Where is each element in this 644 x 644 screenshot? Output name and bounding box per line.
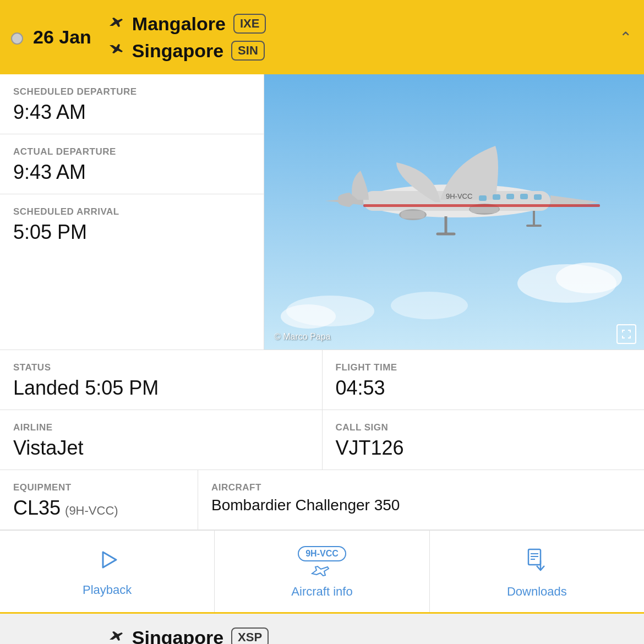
equipment-cell: EQUIPMENT CL35 (9H-VCC) (0, 470, 198, 530)
departure-icon-2 (108, 627, 124, 645)
airline-cell: AIRLINE VistaJet (0, 410, 323, 470)
aircraft-info-button[interactable]: 9H-VCC Aircraft info (215, 531, 429, 612)
arrival-icon (108, 41, 124, 61)
airline-value: VistaJet (13, 436, 309, 460)
origin-code-2: XSP (231, 627, 269, 644)
flight-time-value: 04:53 (336, 376, 631, 400)
svg-point-2 (556, 263, 622, 293)
svg-marker-23 (103, 552, 116, 567)
origin-code: IXE (233, 14, 266, 34)
status-section: STATUS Landed 5:05 PM FLIGHT TIME 04:53 (0, 350, 644, 410)
scheduled-arrival-value: 5:05 PM (13, 221, 250, 244)
flight-card-1[interactable]: 26 Jan Mangalore IXE Singapore SIN ⌃ (0, 0, 644, 74)
svg-rect-13 (479, 195, 487, 201)
departure-icon (108, 14, 124, 34)
flight-card-2[interactable]: 25 Jan Singapore XSP Mangalore IXE ⌄ (0, 614, 644, 644)
photo-credit: © Marco Papa (274, 332, 331, 342)
callsign-cell: CALL SIGN VJT126 (323, 410, 645, 470)
equipment-value: CL35 (13, 496, 61, 520)
svg-rect-12 (363, 204, 600, 207)
actual-departure-cell: ACTUAL DEPARTURE 9:43 AM (0, 134, 264, 194)
status-value: Landed 5:05 PM (13, 376, 309, 400)
airline-label: AIRLINE (13, 422, 309, 433)
scheduled-arrival-label: SCHEDULED ARRIVAL (13, 206, 250, 217)
scheduled-departure-label: SCHEDULED DEPARTURE (13, 86, 250, 97)
plane-image-area: 9H-VCC © Marco Papa (264, 74, 644, 350)
expand-photo-button[interactable] (616, 324, 636, 344)
svg-point-5 (391, 292, 468, 319)
flight-routes: Mangalore IXE Singapore SIN (108, 13, 633, 62)
svg-point-4 (281, 304, 336, 329)
expand-button-2[interactable]: ⌄ (619, 642, 632, 644)
equipment-reg: (9H-VCC) (65, 504, 118, 518)
callsign-label: CALL SIGN (336, 422, 631, 433)
flight-date: 26 Jan (33, 26, 91, 48)
aircraft-value: Bombardier Challenger 350 (211, 496, 631, 514)
scheduled-departure-cell: SCHEDULED DEPARTURE 9:43 AM (0, 74, 264, 134)
svg-rect-15 (506, 194, 514, 199)
aircraft-label: AIRCRAFT (211, 482, 631, 493)
equipment-section: EQUIPMENT CL35 (9H-VCC) AIRCRAFT Bombard… (0, 470, 644, 530)
destination-code: SIN (231, 41, 265, 61)
aircraft-info-icon: 9H-VCC (298, 546, 346, 579)
plane-photo: 9H-VCC © Marco Papa (264, 74, 644, 350)
scheduled-departure-value: 9:43 AM (13, 101, 250, 124)
aircraft-reg-badge: 9H-VCC (298, 546, 346, 561)
airline-section: AIRLINE VistaJet CALL SIGN VJT126 (0, 410, 644, 470)
status-label: STATUS (13, 362, 309, 373)
downloads-icon (523, 546, 550, 579)
svg-text:9H-VCC: 9H-VCC (446, 192, 472, 200)
downloads-label: Downloads (507, 585, 567, 599)
equipment-label: EQUIPMENT (13, 482, 184, 493)
svg-rect-17 (534, 194, 542, 200)
collapse-button[interactable]: ⌃ (619, 28, 632, 46)
svg-rect-14 (493, 194, 500, 200)
playback-label: Playback (83, 583, 132, 597)
flight-routes-2: Singapore XSP Mangalore IXE (108, 627, 633, 645)
svg-rect-9 (401, 211, 425, 219)
flight-status-dot (11, 32, 23, 45)
info-section: SCHEDULED DEPARTURE 9:43 AM ACTUAL DEPAR… (0, 74, 644, 350)
flight-time-label: FLIGHT TIME (336, 362, 631, 373)
action-bar: Playback 9H-VCC Aircraft info (0, 530, 644, 614)
actual-departure-value: 9:43 AM (13, 161, 250, 184)
aircraft-cell: AIRCRAFT Bombardier Challenger 350 (198, 470, 644, 530)
departure-info: SCHEDULED DEPARTURE 9:43 AM ACTUAL DEPAR… (0, 74, 264, 350)
playback-button[interactable]: Playback (0, 531, 215, 612)
origin-row: Mangalore IXE (108, 13, 633, 35)
flight-time-cell: FLIGHT TIME 04:53 (323, 350, 645, 410)
flight-date-2: 25 Jan (33, 640, 91, 644)
svg-rect-16 (520, 194, 528, 199)
status-cell: STATUS Landed 5:05 PM (0, 350, 323, 410)
playback-icon (95, 548, 119, 577)
scheduled-arrival-cell: SCHEDULED ARRIVAL 5:05 PM (0, 194, 264, 254)
origin-row-2: Singapore XSP (108, 627, 633, 645)
origin-name-2: Singapore (132, 627, 223, 645)
callsign-value: VJT126 (336, 436, 631, 460)
actual-departure-label: ACTUAL DEPARTURE (13, 146, 250, 157)
destination-row: Singapore SIN (108, 40, 633, 62)
origin-name: Mangalore (132, 13, 226, 35)
downloads-button[interactable]: Downloads (430, 531, 644, 612)
aircraft-info-label: Aircraft info (291, 585, 352, 599)
destination-name: Singapore (132, 40, 223, 62)
